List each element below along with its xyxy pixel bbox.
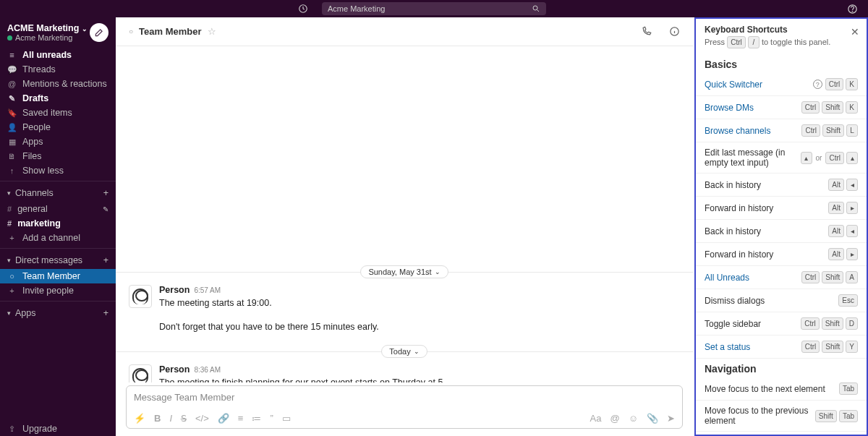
- emoji-icon[interactable]: ☺: [629, 413, 638, 424]
- link-icon[interactable]: 🔗: [218, 413, 229, 424]
- add-channel[interactable]: +Add a channel: [0, 231, 116, 245]
- call-icon[interactable]: [641, 26, 652, 37]
- close-icon[interactable]: ✕: [851, 26, 859, 38]
- section-basics: Basics: [696, 54, 867, 73]
- nav-files[interactable]: 🗎Files: [0, 149, 116, 163]
- section-apps[interactable]: ▾Apps +: [0, 304, 116, 322]
- message-time: 8:36 AM: [194, 366, 221, 374]
- nav-show-less[interactable]: ↑Show less: [0, 163, 116, 178]
- help-icon[interactable]: ?: [813, 80, 822, 89]
- avatar[interactable]: [129, 285, 152, 308]
- invite-people[interactable]: +Invite people: [0, 283, 116, 298]
- composer[interactable]: Message Team Member ⚡ B I S̶ </> 🔗 ≡ ≔ ”…: [126, 385, 683, 429]
- shortcut-row: Back in history Alt◂: [696, 174, 867, 197]
- message-text: Don't forget that you have to be there 1…: [159, 320, 379, 334]
- attach-icon[interactable]: 📎: [647, 413, 658, 424]
- history-icon[interactable]: [298, 4, 308, 14]
- message-text: The meeting to finish planning for our n…: [159, 376, 535, 383]
- search-text: Acme Marketing: [328, 4, 385, 13]
- aa-icon[interactable]: Aa: [590, 413, 602, 424]
- shortcut-row: Edit last message (in empty text input) …: [696, 142, 867, 174]
- message-time: 6:57 AM: [194, 286, 221, 294]
- lightning-icon[interactable]: ⚡: [134, 413, 145, 424]
- nav-people[interactable]: 👤People: [0, 120, 116, 134]
- code-icon[interactable]: </>: [195, 413, 209, 424]
- svg-point-1: [533, 6, 537, 10]
- message-author[interactable]: Person: [159, 285, 190, 295]
- shortcut-row: Move focus to the previous element Shift…: [696, 401, 867, 432]
- shortcut-row: Browse DMs CtrlShiftK: [696, 96, 867, 119]
- italic-icon[interactable]: I: [169, 413, 172, 424]
- dm-team-member[interactable]: ○Team Member: [0, 269, 116, 283]
- upgrade-button[interactable]: ⇪Upgrade: [0, 422, 116, 436]
- shortcut-row: Dismiss dialogs Esc: [696, 289, 867, 312]
- shortcut-row: Browse channels CtrlShiftL: [696, 119, 867, 142]
- shortcuts-title: Keyboard Shortcuts: [705, 25, 858, 35]
- shortcut-row: Move focus through messages ▴or▾: [696, 432, 867, 436]
- shortcut-row: Move focus to the next element Tab: [696, 377, 867, 401]
- nav-mentions[interactable]: @Mentions & reactions: [0, 77, 116, 91]
- message-author[interactable]: Person: [159, 364, 190, 375]
- nav-apps[interactable]: ▦Apps: [0, 134, 116, 149]
- date-divider[interactable]: Sunday, May 31st⌄: [360, 265, 448, 278]
- nav-drafts[interactable]: ✎Drafts: [0, 91, 116, 106]
- shortcut-row: Toggle sidebar CtrlShiftD: [696, 312, 867, 335]
- add-channel-icon[interactable]: +: [103, 188, 109, 198]
- ol-icon[interactable]: ≡: [238, 413, 244, 424]
- channel-settings-icon[interactable]: ✎: [103, 205, 109, 213]
- nav-all-unreads[interactable]: ≡All unreads: [0, 48, 116, 62]
- svg-point-3: [852, 11, 853, 12]
- codeblock-icon[interactable]: ▭: [282, 413, 291, 424]
- help-icon[interactable]: [847, 4, 858, 14]
- ul-icon[interactable]: ≔: [252, 413, 261, 424]
- message-text: The meeting starts at 19:00.: [159, 296, 379, 310]
- channel-general[interactable]: #general✎: [0, 202, 116, 216]
- add-dm-icon[interactable]: +: [103, 255, 109, 265]
- search-input[interactable]: Acme Marketing: [322, 2, 546, 15]
- search-icon: [532, 4, 540, 13]
- mention-icon[interactable]: @: [610, 413, 620, 424]
- message[interactable]: Person6:57 AM The meeting starts at 19:0…: [116, 281, 693, 338]
- channel-marketing[interactable]: #marketing: [0, 216, 116, 231]
- section-channels[interactable]: ▾Channels +: [0, 184, 116, 202]
- compose-button[interactable]: [90, 23, 109, 42]
- sidebar: ACME Marketing ⌄ Acme Marketing ≡All unr…: [0, 17, 116, 436]
- star-icon[interactable]: ☆: [208, 26, 216, 37]
- strike-icon[interactable]: S̶: [181, 413, 187, 424]
- message-input[interactable]: Message Team Member: [127, 386, 682, 409]
- channel-title[interactable]: Team Member: [139, 26, 201, 37]
- quote-icon[interactable]: ”: [270, 413, 273, 424]
- shortcut-row: Forward in history Alt▸: [696, 243, 867, 266]
- workspace-name[interactable]: ACME Marketing ⌄: [7, 23, 90, 33]
- main-pane: ○ Team Member ☆ Sunday, May 31st⌄ Person…: [116, 17, 694, 436]
- send-icon[interactable]: ➤: [667, 413, 675, 424]
- add-app-icon[interactable]: +: [103, 308, 109, 318]
- shortcut-row: All Unreads CtrlShiftA: [696, 266, 867, 289]
- keyboard-shortcuts-panel: ✕ Keyboard Shortcuts Press Ctrl / to tog…: [694, 17, 868, 436]
- bold-icon[interactable]: B: [154, 413, 161, 424]
- section-navigation: Navigation: [696, 359, 867, 377]
- section-dms[interactable]: ▾Direct messages +: [0, 252, 116, 269]
- avatar[interactable]: [129, 364, 152, 383]
- info-icon[interactable]: [669, 26, 680, 37]
- presence-icon: ○: [129, 27, 133, 35]
- date-divider[interactable]: Today⌄: [381, 345, 427, 358]
- nav-saved[interactable]: 🔖Saved items: [0, 106, 116, 120]
- nav-threads[interactable]: 💬Threads: [0, 62, 116, 77]
- workspace-subtitle: Acme Marketing: [7, 33, 90, 42]
- shortcut-row: Back in history Alt◂: [696, 220, 867, 243]
- shortcut-row: Forward in history Alt▸: [696, 197, 867, 220]
- message[interactable]: Person8:36 AM The meeting to finish plan…: [116, 360, 693, 383]
- shortcut-row: Quick Switcher? CtrlK: [696, 73, 867, 96]
- shortcut-row: Set a status CtrlShiftY: [696, 335, 867, 359]
- shortcuts-subtitle: Press Ctrl / to toggle this panel.: [705, 36, 858, 48]
